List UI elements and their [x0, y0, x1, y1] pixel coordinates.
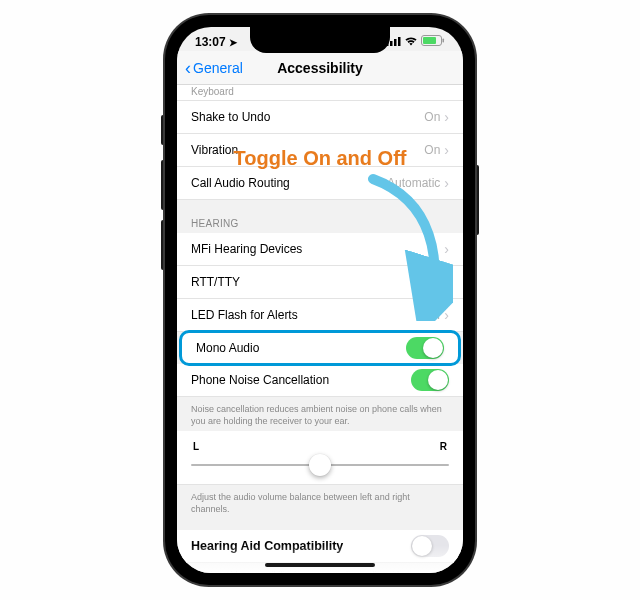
row-rtt-tty[interactable]: RTT/TTY Off› [177, 266, 463, 299]
hac-toggle[interactable] [411, 535, 449, 557]
section-label: HEARING [191, 218, 449, 229]
svg-rect-5 [423, 37, 436, 44]
row-value: Off [425, 275, 441, 289]
chevron-right-icon: › [444, 142, 449, 158]
balance-right-label: R [440, 441, 447, 452]
status-time: 13:07 [195, 35, 226, 49]
row-mfi-hearing-devices[interactable]: MFi Hearing Devices › [177, 233, 463, 266]
screen: 13:07 ➤ ‹ [177, 27, 463, 573]
svg-rect-2 [394, 39, 397, 46]
svg-rect-1 [390, 41, 393, 46]
svg-rect-3 [398, 37, 401, 46]
chevron-right-icon: › [444, 175, 449, 191]
balance-slider[interactable] [191, 464, 449, 466]
chevron-left-icon: ‹ [185, 59, 191, 77]
mono-audio-toggle[interactable] [406, 337, 444, 359]
row-shake-undo[interactable]: Shake to Undo On› [177, 101, 463, 134]
row-value: On [424, 110, 440, 124]
power-button [475, 165, 479, 235]
phone-mockup: 13:07 ➤ ‹ [165, 15, 475, 585]
row-led-flash[interactable]: LED Flash for Alerts Off› [177, 299, 463, 332]
back-button[interactable]: ‹ General [185, 59, 243, 77]
row-label: MFi Hearing Devices [191, 242, 302, 256]
chevron-right-icon: › [444, 241, 449, 257]
home-indicator[interactable] [265, 563, 375, 567]
row-hearing-aid-compat[interactable]: Hearing Aid Compatibility [177, 530, 463, 563]
footer-noise: Noise cancellation reduces ambient noise… [177, 397, 463, 431]
location-icon: ➤ [229, 37, 237, 48]
balance-slider-row: L R [177, 431, 463, 485]
row-value: On [424, 143, 440, 157]
row-value: Automatic [387, 176, 440, 190]
row-label: Mono Audio [196, 341, 259, 355]
row-label: Hearing Aid Compatibility [191, 539, 343, 553]
row-label: Call Audio Routing [191, 176, 290, 190]
row-noise-cancellation[interactable]: Phone Noise Cancellation [177, 364, 463, 397]
back-label: General [193, 60, 243, 76]
battery-icon [421, 35, 445, 49]
row-label: Phone Noise Cancellation [191, 373, 329, 387]
row-call-audio-routing[interactable]: Call Audio Routing Automatic› [177, 167, 463, 200]
section-header-hearing: HEARING [177, 200, 463, 233]
balance-left-label: L [193, 441, 199, 452]
row-value: Off [425, 308, 441, 322]
chevron-right-icon: › [444, 307, 449, 323]
row-label: LED Flash for Alerts [191, 308, 298, 322]
chevron-right-icon: › [444, 109, 449, 125]
nav-bar: ‹ General Accessibility [177, 51, 463, 85]
notch [250, 27, 390, 53]
wifi-icon [404, 35, 418, 49]
row-keyboard-partial[interactable]: Keyboard [177, 85, 463, 101]
slider-thumb[interactable] [309, 454, 331, 476]
row-mono-audio[interactable]: Mono Audio [179, 330, 461, 366]
noise-cancellation-toggle[interactable] [411, 369, 449, 391]
row-label: RTT/TTY [191, 275, 240, 289]
footer-balance: Adjust the audio volume balance between … [177, 485, 463, 519]
annotation-text: Toggle On and Off [234, 147, 407, 170]
svg-rect-6 [443, 39, 445, 43]
chevron-right-icon: › [444, 274, 449, 290]
row-label: Keyboard [191, 86, 234, 97]
row-label: Shake to Undo [191, 110, 270, 124]
row-label: Vibration [191, 143, 238, 157]
